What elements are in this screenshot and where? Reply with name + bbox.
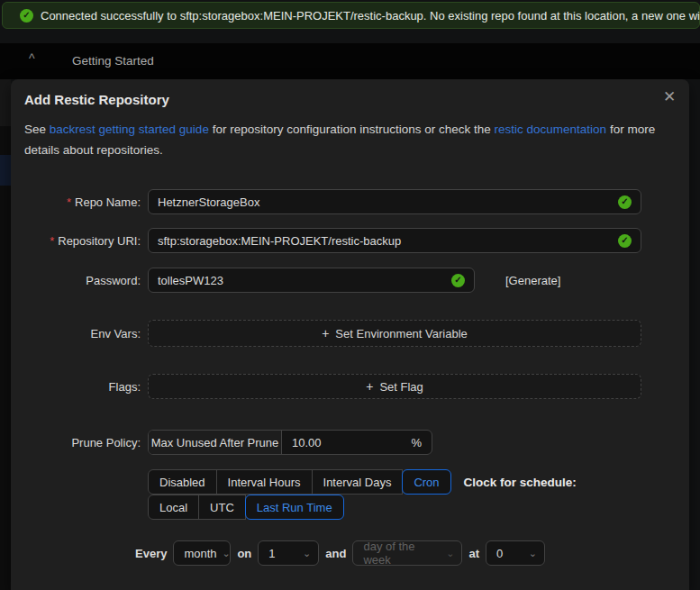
- prune-policy-label: Prune Policy:: [11, 436, 144, 449]
- clock-local-radio[interactable]: Local: [148, 495, 199, 520]
- desc-text-2: for repository configuration instruction…: [209, 123, 495, 136]
- mode-cron-radio[interactable]: Cron: [402, 469, 450, 495]
- close-icon[interactable]: ✕: [659, 86, 680, 108]
- prune-policy-field: Max Unused After Prune 10.00 %: [148, 430, 432, 455]
- password-input[interactable]: tollesPW123 ✓: [148, 268, 475, 293]
- at-label: at: [468, 547, 479, 560]
- valid-check-icon: ✓: [618, 195, 632, 209]
- plus-icon: +: [322, 326, 329, 340]
- modal-title: Add Restic Repository: [24, 92, 169, 107]
- flags-label: Flags:: [11, 380, 144, 394]
- cron-day-of-month-select[interactable]: 1 ⌄: [258, 540, 319, 566]
- desc-text-1: See: [24, 123, 50, 136]
- repo-uri-input[interactable]: sftp:storagebox:MEIN-PROJEKT/restic-back…: [148, 228, 641, 253]
- clock-group: Local UTC Last Run Time: [148, 495, 344, 520]
- prune-policy-row: Prune Policy: Max Unused After Prune 10.…: [11, 430, 689, 455]
- cron-day-of-month-value: 1: [268, 547, 275, 560]
- valid-check-icon: ✓: [618, 234, 632, 248]
- repo-name-input[interactable]: HetznerStorageBox ✓: [148, 189, 641, 214]
- env-vars-row: Env Vars: + Set Environment Variable: [11, 320, 689, 347]
- success-alert: ✓ Connected successfully to sftp:storage…: [2, 2, 700, 29]
- add-env-var-button[interactable]: + Set Environment Variable: [148, 320, 641, 347]
- repo-uri-row: *Repository URI: sftp:storagebox:MEIN-PR…: [11, 228, 689, 253]
- cron-builder-row: Every month ⌄ on 1 ⌄ and day of the week…: [135, 540, 545, 566]
- clock-row: Local UTC Last Run Time: [11, 495, 689, 520]
- prune-addon-label: Max Unused After Prune: [149, 431, 282, 454]
- cron-hour-value: 0: [496, 547, 503, 560]
- cron-hour-select[interactable]: 0 ⌄: [486, 540, 545, 566]
- add-env-var-label: Set Environment Variable: [335, 327, 467, 340]
- password-value: tollesPW123: [158, 274, 451, 287]
- percent-suffix: %: [411, 436, 422, 449]
- restic-docs-link[interactable]: restic documentation: [495, 123, 607, 136]
- env-vars-label: Env Vars:: [11, 327, 144, 340]
- flags-row: Flags: + Set Flag: [11, 374, 689, 399]
- add-flag-button[interactable]: + Set Flag: [148, 374, 641, 399]
- mode-interval-days-radio[interactable]: Interval Days: [312, 469, 404, 495]
- password-row: Password: tollesPW123 ✓ [Generate]: [11, 268, 689, 293]
- background-sidebar-strip: [0, 79, 11, 590]
- clock-utc-radio[interactable]: UTC: [198, 495, 246, 520]
- repo-uri-label: *Repository URI:: [11, 234, 144, 248]
- chevron-down-icon: ⌄: [223, 548, 231, 559]
- mode-disabled-radio[interactable]: Disabled: [148, 469, 217, 495]
- generate-password-button[interactable]: [Generate]: [505, 274, 560, 287]
- schedule-mode-group: Disabled Interval Hours Interval Days Cr…: [148, 469, 451, 495]
- cron-period-value: month: [184, 547, 216, 560]
- cron-day-of-week-select: day of the week ⌄: [352, 540, 462, 566]
- schedule-mode-row: Disabled Interval Hours Interval Days Cr…: [11, 469, 689, 495]
- repo-name-value: HetznerStorageBox: [158, 195, 618, 209]
- mode-interval-hours-radio[interactable]: Interval Hours: [216, 469, 313, 495]
- selected-item-tint: [0, 155, 11, 186]
- cron-day-of-week-value: day of the week: [363, 540, 441, 567]
- add-flag-label: Set Flag: [379, 380, 423, 394]
- max-unused-input[interactable]: 10.00 %: [282, 431, 432, 454]
- required-marker: *: [50, 234, 54, 248]
- add-repo-modal: Add Restic Repository ✕ See backrest get…: [11, 79, 689, 590]
- chevron-down-icon: ⌄: [303, 548, 311, 559]
- password-label: Password:: [11, 274, 144, 287]
- check-circle-icon: ✓: [20, 9, 33, 23]
- backrest-guide-link[interactable]: backrest getting started guide: [50, 123, 209, 136]
- and-label: and: [325, 547, 346, 560]
- alert-message: Connected successfully to sftp:storagebo…: [41, 9, 700, 23]
- clock-for-schedule-label: Clock for schedule:: [464, 476, 577, 489]
- chevron-down-icon: ⌄: [446, 548, 454, 559]
- plus-icon: +: [366, 379, 373, 394]
- repo-name-row: *Repo Name: HetznerStorageBox ✓: [11, 189, 689, 214]
- repo-uri-value: sftp:storagebox:MEIN-PROJEKT/restic-back…: [158, 234, 618, 248]
- clock-last-run-time-radio[interactable]: Last Run Time: [245, 495, 344, 520]
- panel-tint: [0, 79, 11, 126]
- cron-period-select[interactable]: month ⌄: [173, 540, 231, 566]
- on-label: on: [237, 547, 251, 560]
- modal-description: See backrest getting started guide for r…: [24, 119, 671, 160]
- repo-name-label: *Repo Name:: [11, 195, 144, 209]
- getting-started-panel-header: ^ Getting Started: [0, 43, 700, 79]
- chevron-down-icon: ⌄: [529, 548, 537, 559]
- required-marker: *: [67, 195, 71, 209]
- collapse-caret-icon[interactable]: ^: [29, 51, 35, 66]
- getting-started-header[interactable]: Getting Started: [72, 54, 154, 68]
- valid-check-icon: ✓: [451, 274, 465, 287]
- max-unused-value: 10.00: [292, 436, 322, 449]
- every-label: Every: [135, 547, 167, 560]
